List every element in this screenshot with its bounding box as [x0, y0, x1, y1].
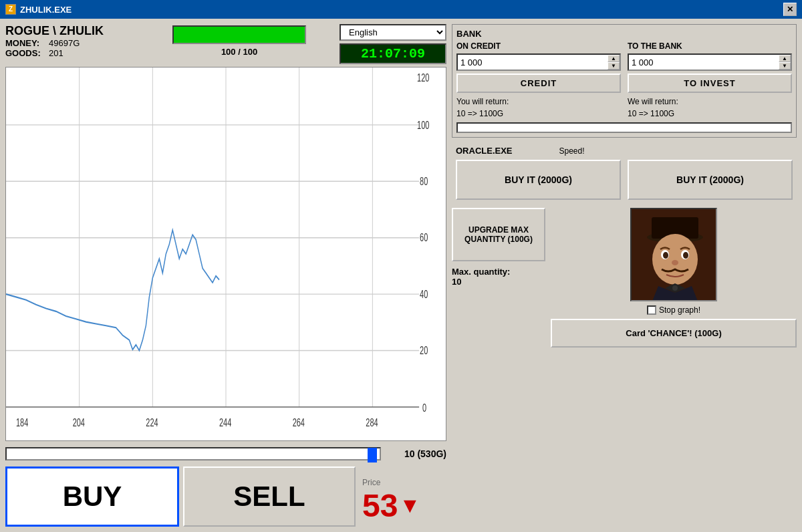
- svg-text:204: 204: [73, 417, 86, 428]
- on-credit-label: ON CREDIT: [456, 41, 621, 51]
- oracle-buy-btn1[interactable]: BUY IT (2000G): [456, 160, 621, 200]
- svg-point-32: [683, 252, 688, 259]
- language-select[interactable]: English Russian: [340, 24, 446, 41]
- quantity-slider[interactable]: [5, 447, 381, 460]
- slider-thumb: [368, 448, 377, 462]
- price-value: 53▼: [362, 487, 444, 524]
- to-bank-input[interactable]: [629, 55, 779, 70]
- health-bar-inner: [174, 27, 305, 43]
- svg-point-31: [663, 252, 668, 259]
- svg-text:60: 60: [420, 232, 428, 243]
- sell-button[interactable]: SELL: [183, 467, 356, 527]
- title-bar: Z ZHULIK.EXE ✕: [0, 0, 802, 19]
- svg-point-33: [672, 260, 678, 265]
- svg-text:244: 244: [219, 417, 232, 428]
- to-bank-label: TO THE BANK: [628, 41, 792, 51]
- svg-text:284: 284: [366, 417, 378, 428]
- credit-button[interactable]: CREDIT: [456, 74, 621, 93]
- stop-graph-label: Stop graph!: [659, 305, 700, 315]
- max-quantity: Max. quantity: 10: [452, 267, 545, 287]
- bank-progress-bar: [456, 122, 792, 133]
- avatar: [630, 208, 717, 301]
- svg-text:184: 184: [16, 417, 29, 428]
- title-bar-icon: Z: [5, 4, 16, 15]
- player-name: ROGUE \ ZHULIK: [5, 24, 139, 38]
- close-button[interactable]: ✕: [783, 3, 797, 16]
- svg-point-34: [672, 285, 678, 291]
- invest-button[interactable]: TO INVEST: [628, 74, 792, 93]
- on-credit-input[interactable]: [458, 55, 608, 70]
- svg-text:264: 264: [293, 417, 305, 428]
- goods-label: GOODS:: [5, 48, 42, 58]
- on-credit-down[interactable]: ▼: [608, 62, 620, 70]
- svg-text:40: 40: [420, 289, 428, 300]
- svg-text:224: 224: [146, 417, 158, 428]
- upgrade-button[interactable]: UPGRADE MAX QUANTITY (100G): [452, 208, 545, 261]
- to-bank-up[interactable]: ▲: [779, 55, 791, 62]
- invest-return-info: We will return: 10 => 1100G: [628, 96, 792, 120]
- title-bar-title: ZHULIK.EXE: [20, 5, 72, 15]
- money-value: 49697G: [49, 38, 80, 48]
- timer-display: 21:07:09: [340, 43, 446, 64]
- svg-text:80: 80: [420, 176, 428, 187]
- money-label: MONEY:: [5, 38, 42, 48]
- oracle-buy-btn2[interactable]: BUY IT (2000G): [628, 160, 793, 200]
- svg-text:120: 120: [417, 73, 429, 84]
- buy-button[interactable]: BUY: [5, 467, 179, 527]
- to-bank-down[interactable]: ▼: [779, 62, 791, 70]
- chart-container: 0 20 40 60 80 100 120 184 204 224 244 26…: [5, 67, 446, 441]
- oracle-title: ORACLE.EXE: [456, 146, 513, 156]
- bank-title: BANK: [456, 29, 792, 39]
- chance-button[interactable]: Card 'CHANCE'! (100G): [551, 319, 797, 348]
- speed-label: Speed!: [559, 146, 585, 156]
- goods-value: 201: [49, 48, 63, 58]
- health-text: 100 / 100: [221, 47, 257, 57]
- slider-value: 10 (530G): [386, 448, 446, 459]
- price-label: Price: [362, 478, 444, 487]
- on-credit-up[interactable]: ▲: [608, 55, 620, 62]
- svg-text:0: 0: [422, 402, 426, 414]
- credit-return-info: You will return: 10 => 1100G: [456, 96, 621, 120]
- svg-text:20: 20: [420, 345, 428, 356]
- price-arrow: ▼: [399, 493, 420, 518]
- svg-text:100: 100: [417, 120, 429, 131]
- stop-graph-checkbox[interactable]: [647, 305, 656, 315]
- health-bar-outer: [172, 25, 306, 44]
